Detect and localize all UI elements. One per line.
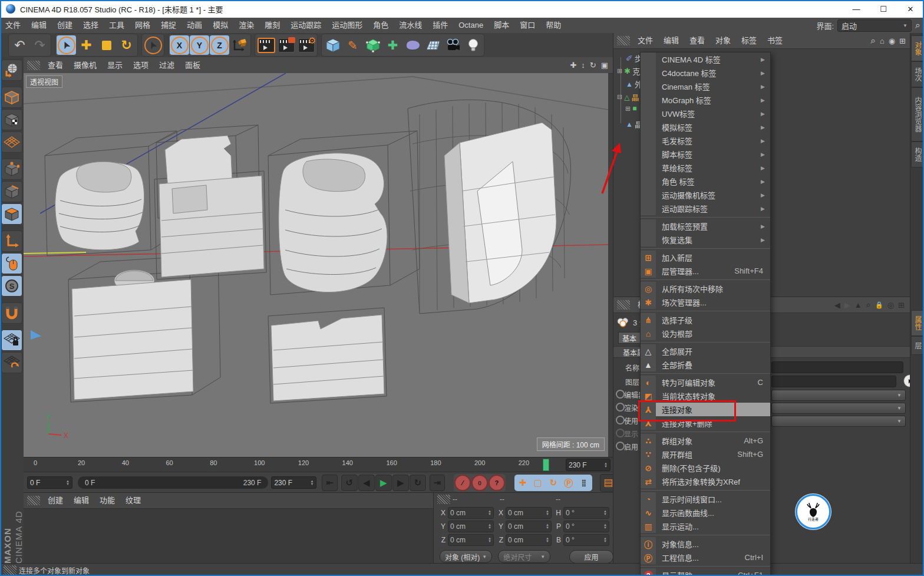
menu-item-script-tags[interactable]: 脚本标签▶ — [641, 147, 770, 161]
tree-item-polygon2[interactable]: ▲ 晶 — [617, 119, 642, 130]
rot-p-field[interactable]: 0 °▲▼ — [563, 521, 609, 532]
tree-item-selected[interactable]: ⊟ △ 晶 — [617, 91, 639, 103]
menu-help[interactable]: 帮助 — [540, 18, 566, 33]
viewport-maximize-icon[interactable]: ▣ — [601, 61, 608, 70]
redo-button[interactable]: ↷ — [30, 35, 50, 55]
tree-item-cube-child[interactable]: ⊞ ■ — [625, 104, 638, 113]
menu-item-object-information[interactable]: ⓘ对象信息... — [641, 537, 770, 551]
scale-tool-button[interactable] — [97, 35, 116, 55]
menu-item-restore-selection[interactable]: 恢复选集▶ — [641, 233, 770, 246]
enable-axis-button[interactable] — [1, 231, 22, 252]
tab-basic[interactable]: 基本 — [618, 332, 641, 344]
vp-menu-filter[interactable]: 过滤 — [154, 58, 180, 73]
om-menu-tags[interactable]: 标签 — [736, 33, 762, 48]
menu-item-set-as-root[interactable]: ⌂设为根部 — [641, 327, 770, 340]
spin-down-icon[interactable]: ▼ — [311, 483, 314, 486]
tab-objects[interactable]: 对象 — [911, 35, 924, 61]
tab-layers[interactable]: 层 — [911, 336, 924, 355]
mat-menu-create[interactable]: 创建 — [42, 493, 68, 508]
menu-render[interactable]: 渲染 — [233, 18, 259, 33]
modeling-objects-button[interactable]: ✚ — [383, 35, 402, 55]
plus-box-icon[interactable]: ⊞ — [899, 37, 906, 45]
collapse-icon[interactable]: ⊟ — [617, 93, 622, 101]
menu-script[interactable]: 脚本 — [489, 18, 514, 33]
rot-b-field[interactable]: 0 °▲▼ — [563, 534, 609, 546]
timeline-ruler[interactable]: 0 20 40 60 80 100 120 140 160 180 200 22… — [24, 457, 613, 472]
key-rotation-toggle[interactable]: ↻ — [546, 476, 560, 490]
use-color-radio[interactable] — [616, 416, 625, 424]
menu-plugins[interactable]: 插件 — [427, 18, 453, 33]
menu-item-delete-without-children[interactable]: ⊘删除(不包含子级) — [641, 461, 770, 475]
previous-frame-button[interactable]: ◀ — [358, 475, 375, 491]
play-backwards-button[interactable]: ↺ — [341, 475, 358, 491]
vp-menu-panel[interactable]: 面板 — [180, 58, 206, 73]
record-keyframe-button[interactable]: ⁄ — [454, 475, 471, 491]
tree-item-brush[interactable]: ✐ 步 — [617, 52, 642, 64]
menu-item-cineman-tags[interactable]: Cineman 标签▶ — [641, 80, 770, 93]
layout-dropdown[interactable]: 启动 ▼ — [837, 19, 912, 32]
menu-item-c4doctane-tags[interactable]: C4doctane 标签▶ — [641, 66, 770, 80]
materials-list-area[interactable] — [24, 509, 433, 564]
last-tool-button[interactable]: ➤ — [143, 35, 163, 55]
layer-field[interactable] — [771, 376, 896, 387]
menu-octane[interactable]: Octane — [453, 18, 489, 33]
menu-item-simulation-tags[interactable]: 模拟标签▶ — [641, 120, 770, 134]
workplane-mode-button[interactable] — [1, 131, 22, 153]
keyframe-selection-button[interactable]: ? — [489, 475, 505, 491]
use-color-dropdown[interactable]: ▼ — [771, 416, 906, 427]
spin-down-icon[interactable]: ▼ — [604, 465, 608, 468]
om-menu-objects[interactable]: 对象 — [710, 33, 736, 48]
name-input[interactable] — [771, 361, 903, 373]
om-menu-file[interactable]: 文件 — [632, 33, 658, 48]
size-mode-dropdown[interactable]: 绝对尺寸▼ — [498, 550, 550, 563]
coord-mode-dropdown[interactable]: 对象 (相对)▼ — [440, 550, 492, 563]
tree-item-cloner[interactable]: ⊞ ✱ 克 — [617, 65, 640, 77]
menu-item-c4d-tags[interactable]: CINEMA 4D 标签▶ — [641, 52, 770, 66]
minimize-button[interactable]: — — [843, 0, 870, 18]
render-visibility-radio[interactable] — [616, 403, 625, 412]
history-back-icon[interactable]: ◀ — [834, 301, 840, 310]
search-icon[interactable]: ⌕ — [915, 20, 920, 31]
plus-box-icon[interactable]: ⊞ — [898, 301, 905, 310]
search-icon[interactable]: ⌕ — [866, 299, 871, 310]
panel-drag-handle[interactable] — [617, 300, 630, 310]
parent-up-icon[interactable]: ▲ — [854, 301, 862, 310]
lock-z-axis-button[interactable]: Z — [210, 35, 229, 55]
menu-select[interactable]: 选择 — [78, 18, 104, 33]
render-to-picture-viewer-button[interactable] — [276, 35, 296, 55]
om-menu-edit[interactable]: 编辑 — [658, 33, 684, 48]
points-mode-button[interactable] — [1, 159, 22, 180]
timeline-playhead[interactable] — [543, 459, 549, 471]
spline-pen-button[interactable]: ✎ — [343, 35, 362, 55]
tab-structure[interactable]: 构造 — [911, 141, 924, 167]
menu-item-hair-tags[interactable]: 毛发标签▶ — [641, 134, 770, 147]
menu-snap[interactable]: 捕捉 — [156, 18, 182, 33]
polygon-mode-button[interactable] — [1, 203, 22, 225]
eye-icon[interactable]: ◉ — [889, 37, 895, 45]
editor-visibility-dropdown[interactable]: ▼ — [771, 390, 906, 401]
size-y-field[interactable]: 0 cm▲▼ — [506, 521, 552, 532]
panel-drag-handle[interactable] — [27, 61, 40, 70]
pos-y-field[interactable]: 0 cm▲▼ — [448, 521, 494, 532]
render-view-button[interactable] — [256, 35, 276, 55]
viewport-zoom-icon[interactable]: ↕ — [581, 61, 585, 70]
menu-mesh[interactable]: 网格 — [130, 18, 156, 33]
live-selection-button[interactable]: ➤ — [57, 35, 76, 55]
panel-drag-handle[interactable] — [617, 36, 630, 45]
viewport-pan-icon[interactable]: ✚ — [570, 61, 576, 70]
menu-edit[interactable]: 编辑 — [26, 18, 52, 33]
light-button[interactable] — [463, 35, 483, 55]
menu-item-uvw-tags[interactable]: UVW标签▶ — [641, 107, 770, 120]
end-frame-box[interactable]: 230 F ▲▼ — [566, 459, 610, 471]
menu-item-project-information[interactable]: Ⓟ工程信息...Ctrl+I — [641, 551, 770, 564]
menu-item-add-to-new-layer[interactable]: ⊞加入新层 — [641, 251, 770, 264]
expand-icon[interactable]: ⊞ — [625, 105, 631, 113]
model-mode-button[interactable] — [1, 87, 22, 108]
menu-item-take-manager[interactable]: ✱场次管理器... — [641, 295, 770, 309]
size-z-field[interactable]: 0 cm▲▼ — [506, 534, 552, 546]
menu-item-fold-all[interactable]: ▲全部折叠 — [641, 358, 770, 371]
enabled-radio[interactable] — [616, 442, 625, 450]
render-settings-button[interactable]: ⚙ — [296, 35, 316, 55]
pos-z-field[interactable]: 0 cm▲▼ — [448, 534, 494, 546]
expand-icon[interactable]: ⊞ — [617, 67, 622, 75]
